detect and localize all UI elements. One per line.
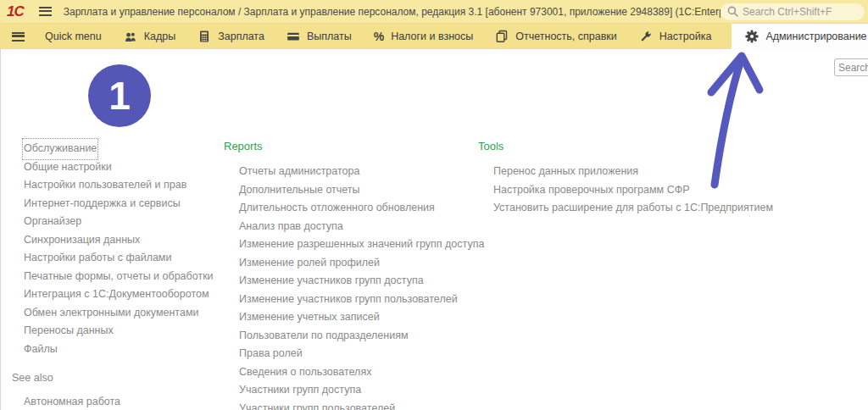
tool-link[interactable]: Перенос данных приложения <box>493 163 638 181</box>
panel-search-input[interactable] <box>835 60 868 75</box>
nav-link[interactable]: Синхронизация данных <box>24 231 140 250</box>
tools-header: Tools <box>478 137 773 155</box>
global-search-input[interactable] <box>743 6 853 18</box>
report-link[interactable]: Участники групп доступа <box>239 381 361 400</box>
sections-menu-button[interactable] <box>12 32 25 42</box>
gear-icon <box>745 30 759 43</box>
title-bar: 1С Зарплата и управление персоналом / За… <box>0 0 868 24</box>
card-icon <box>287 30 300 43</box>
see-also-label: See also <box>12 369 214 387</box>
menu-item-vyplaty[interactable]: Выплаты <box>285 24 353 49</box>
tool-link[interactable]: Установить расширение для работы с 1С:Пр… <box>493 199 773 218</box>
report-link[interactable]: Длительность отложенного обновления <box>239 199 435 218</box>
menu-label: Quick menu <box>45 30 102 42</box>
menu-item-kadry[interactable]: Кадры <box>122 24 177 49</box>
menu-label: Зарплата <box>218 30 264 42</box>
report-link[interactable]: Изменение ролей профилей <box>239 254 380 273</box>
reports-header: Reports <box>224 137 484 155</box>
report-link[interactable]: Участники групп пользователей <box>239 400 395 410</box>
window-title: Зарплата и управление персоналом / Зарпл… <box>64 6 721 18</box>
admin-nav-list: ОбслуживаниеОбщие настройкиНастройки пол… <box>12 140 214 358</box>
app-window: 1С Зарплата и управление персоналом / За… <box>0 0 868 410</box>
menu-label: Выплаты <box>307 30 352 42</box>
main-menu-button[interactable] <box>32 7 64 16</box>
menu-label: Настройка <box>659 30 712 42</box>
percent-icon: % <box>374 30 384 43</box>
menu-label: Отчетность, справки <box>515 30 617 42</box>
nav-link[interactable]: Настройки пользователей и прав <box>24 176 186 195</box>
1c-logo: 1С <box>0 3 32 20</box>
nav-link[interactable]: Интернет-поддержка и сервисы <box>24 195 181 213</box>
report-link[interactable]: Пользователи по подразделениям <box>239 327 409 346</box>
nav-link[interactable]: Файлы <box>24 341 58 359</box>
panel-search-box[interactable] <box>834 58 868 76</box>
wrench-icon <box>639 30 653 43</box>
nav-link[interactable]: Интеграция с 1С:Документооборотом <box>24 285 209 304</box>
nav-link[interactable]: Настройки работы с файлами <box>24 249 171 268</box>
nav-link[interactable]: Органайзер <box>24 213 81 231</box>
nav-link[interactable]: Печатные формы, отчеты и обработки <box>24 268 214 286</box>
menu-label: Администрирование <box>765 30 866 42</box>
report-link[interactable]: Дополнительные отчеты <box>239 181 360 200</box>
menu-label: Кадры <box>144 30 175 42</box>
reports-column: Reports Отчеты администратораДополнитель… <box>224 137 484 410</box>
nav-link[interactable]: Переносы данных <box>24 322 114 341</box>
nav-link[interactable]: Обмен электронными документами <box>24 304 198 323</box>
tools-column: Tools Перенос данных приложенияНастройка… <box>478 137 773 218</box>
see-also-list: Автономная работа <box>12 393 214 410</box>
menu-item-quick-menu[interactable]: Quick menu <box>43 24 103 49</box>
hamburger-icon <box>39 7 52 16</box>
report-link[interactable]: Отчеты администратора <box>239 163 359 181</box>
menu-label: Налоги и взносы <box>391 30 473 42</box>
menu-item-nastroyka[interactable]: Настройка <box>637 24 714 49</box>
nav-link[interactable]: Обслуживание <box>24 140 97 158</box>
hamburger-icon <box>12 32 25 42</box>
report-link[interactable]: Изменение участников групп доступа <box>239 272 424 291</box>
report-link[interactable]: Изменение разрешенных значений групп дос… <box>239 235 484 254</box>
menu-item-zarplata[interactable]: Зарплата <box>196 24 266 49</box>
see-also-link[interactable]: Автономная работа <box>24 393 120 410</box>
report-link[interactable]: Права ролей <box>239 345 303 363</box>
documents-icon <box>495 30 509 43</box>
report-link[interactable]: Изменение участников групп пользователей <box>239 291 458 309</box>
report-link[interactable]: Сведения о пользователях <box>239 363 371 382</box>
reports-list: Отчеты администратораДополнительные отче… <box>224 163 484 410</box>
report-link[interactable]: Изменение учетных записей <box>239 308 380 327</box>
tool-link[interactable]: Настройка проверочных программ СФР <box>493 181 690 200</box>
nav-link[interactable]: Общие настройки <box>24 158 112 177</box>
menu-item-otchetnost[interactable]: Отчетность, справки <box>493 24 619 49</box>
search-icon <box>727 6 738 17</box>
menu-item-administrirovanie[interactable]: Администрирование <box>732 24 868 49</box>
section-menu-bar: Quick menu Кадры Зарплата <box>0 24 868 49</box>
people-icon <box>124 30 137 43</box>
step-annotation-circle: 1 <box>88 64 151 127</box>
global-search[interactable] <box>721 3 865 20</box>
report-link[interactable]: Анализ прав доступа <box>239 218 343 236</box>
menu-item-nalogi[interactable]: % Налоги и взносы <box>372 24 476 49</box>
calculator-icon <box>198 30 211 43</box>
admin-nav-column: ОбслуживаниеОбщие настройкиНастройки пол… <box>12 140 214 410</box>
tools-list: Перенос данных приложенияНастройка прове… <box>478 163 773 218</box>
